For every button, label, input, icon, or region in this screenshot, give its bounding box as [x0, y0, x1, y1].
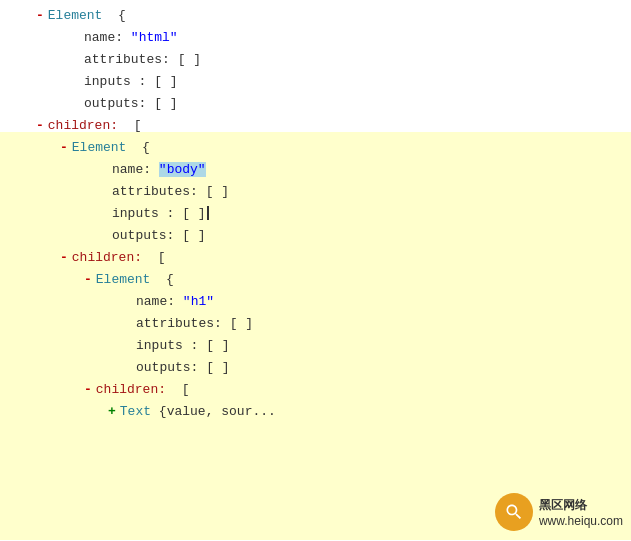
line-8: name: "body": [0, 158, 631, 180]
line-1: - Element {: [0, 4, 631, 26]
line-15: attributes: [ ]: [0, 312, 631, 334]
line-17: outputs: [ ]: [0, 356, 631, 378]
outputs-label-1: outputs:: [84, 96, 146, 111]
line-9: attributes: [ ]: [0, 180, 631, 202]
space-11: [175, 294, 183, 309]
name-value-html: "html": [131, 30, 178, 45]
line-13: - Element {: [0, 268, 631, 290]
inputs-value-3: [ ]: [206, 338, 229, 353]
inputs-value-2: [ ]: [182, 206, 205, 221]
brace-1: {: [102, 8, 125, 23]
space-14: [198, 360, 206, 375]
name-label-3: name:: [136, 294, 175, 309]
watermark-icon: [495, 493, 533, 531]
cursor: [207, 206, 209, 220]
outputs-value-2: [ ]: [182, 228, 205, 243]
children-keyword-2: children:: [72, 250, 142, 265]
space-12: [222, 316, 230, 331]
line-3: attributes: [ ]: [0, 48, 631, 70]
line-4: inputs : [ ]: [0, 70, 631, 92]
line-19: + Text {value, sour...: [0, 400, 631, 422]
children-bracket-2: [: [158, 250, 166, 265]
attributes-label-3: attributes:: [136, 316, 222, 331]
line-5: outputs: [ ]: [0, 92, 631, 114]
element-keyword-3: Element: [96, 272, 151, 287]
space-8: [174, 206, 182, 221]
space-7: [198, 184, 206, 199]
children-keyword-3: children:: [96, 382, 166, 397]
text-extra: {value, sour...: [151, 404, 276, 419]
element-keyword-2: Element: [72, 140, 127, 155]
line-20: [0, 422, 631, 444]
space-5: [118, 118, 134, 133]
space-9: [174, 228, 182, 243]
minus-icon-6[interactable]: -: [84, 382, 92, 397]
name-value-body: "body": [159, 162, 206, 177]
outputs-label-3: outputs:: [136, 360, 198, 375]
minus-icon-1[interactable]: -: [36, 8, 44, 23]
outputs-value-3: [ ]: [206, 360, 229, 375]
line-18: - children: [: [0, 378, 631, 400]
watermark-brand: 黑区网络: [539, 497, 623, 514]
outputs-value-1: [ ]: [154, 96, 177, 111]
attributes-label-2: attributes:: [112, 184, 198, 199]
line-11: outputs: [ ]: [0, 224, 631, 246]
space-1: [123, 30, 131, 45]
line-12: - children: [: [0, 246, 631, 268]
space-4: [146, 96, 154, 111]
attributes-value-2: [ ]: [206, 184, 229, 199]
attributes-value-3: [ ]: [230, 316, 253, 331]
minus-icon-4[interactable]: -: [60, 250, 68, 265]
line-6: - children: [: [0, 114, 631, 136]
space-15: [166, 382, 182, 397]
line-16: inputs : [ ]: [0, 334, 631, 356]
code-viewer: - Element { name: "html" attributes: [ ]…: [0, 0, 631, 541]
element-keyword-1: Element: [48, 8, 103, 23]
watermark: 黑区网络 www.heiqu.com: [495, 493, 623, 531]
name-label-2: name:: [112, 162, 151, 177]
minus-icon-3[interactable]: -: [60, 140, 68, 155]
inputs-label-3: inputs :: [136, 338, 198, 353]
children-bracket-3: [: [182, 382, 190, 397]
brace-3: {: [150, 272, 173, 287]
outputs-label-2: outputs:: [112, 228, 174, 243]
space-2: [170, 52, 178, 67]
text-keyword: Text: [120, 404, 151, 419]
minus-icon-5[interactable]: -: [84, 272, 92, 287]
watermark-text-block: 黑区网络 www.heiqu.com: [539, 497, 623, 528]
plus-icon-1[interactable]: +: [108, 404, 116, 419]
inputs-label-1: inputs :: [84, 74, 146, 89]
name-value-h1: "h1": [183, 294, 214, 309]
inputs-label-2: inputs :: [112, 206, 174, 221]
line-7: - Element {: [0, 136, 631, 158]
brace-2: {: [126, 140, 149, 155]
space-10: [142, 250, 158, 265]
children-bracket-1: [: [134, 118, 142, 133]
line-2: name: "html": [0, 26, 631, 48]
children-keyword-1: children:: [48, 118, 118, 133]
name-label-1: name:: [84, 30, 123, 45]
space-3: [146, 74, 154, 89]
inputs-value-1: [ ]: [154, 74, 177, 89]
attributes-label-1: attributes:: [84, 52, 170, 67]
line-10: inputs : [ ]: [0, 202, 631, 224]
minus-icon-2[interactable]: -: [36, 118, 44, 133]
line-14: name: "h1": [0, 290, 631, 312]
watermark-url: www.heiqu.com: [539, 514, 623, 528]
space-6: [151, 162, 159, 177]
attributes-value-1: [ ]: [178, 52, 201, 67]
space-13: [198, 338, 206, 353]
